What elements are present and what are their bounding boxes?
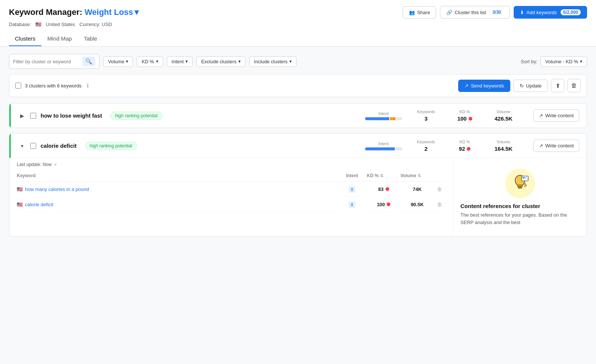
tab-mindmap[interactable]: Mind Map <box>41 32 78 46</box>
table-header: Keyword Intent KD % ⇅ Volume ⇅ <box>17 170 445 182</box>
exclude-clusters-filter[interactable]: Exclude clusters ▾ <box>196 56 245 67</box>
search-input[interactable] <box>13 59 80 64</box>
kw-del-1[interactable]: 🗑 <box>434 186 445 192</box>
keywords-col-2: Keywords 2 <box>411 140 441 152</box>
delete-button[interactable]: 🗑 <box>567 79 581 92</box>
kd-sort-icon[interactable]: ⇅ <box>380 173 383 178</box>
keywords-col-1: Keywords 3 <box>411 109 441 122</box>
trash-icon: 🗑 <box>571 82 577 89</box>
content-ref-title: Content references for cluster <box>460 203 579 209</box>
volume-label-2: Volume <box>497 140 510 144</box>
header: Keyword Manager: Weight Loss▾ 👥 Share 🔗 … <box>0 0 596 47</box>
cluster-count-info: 3 clusters with 6 keywords <box>25 83 82 89</box>
intent-chevron-icon: ▾ <box>186 59 188 64</box>
cluster-label: Cluster this list <box>454 10 486 15</box>
cluster-card-1: ▶ how to lose weight fast high ranking p… <box>9 103 587 128</box>
main-content: 🔍 Volume ▾ KD % ▾ Intent ▾ Exclude clust… <box>0 47 596 249</box>
volume-value-2: 164.5K <box>494 146 512 152</box>
flag-icon: 🇺🇸 <box>35 22 41 27</box>
volume-label-1: Volume <box>497 109 510 114</box>
search-wrapper: 🔍 <box>9 54 99 69</box>
tabs-nav: Clusters Mind Map Table <box>9 32 587 46</box>
kd-value-1: 100 <box>457 115 472 122</box>
info-icon[interactable]: ℹ <box>87 83 89 89</box>
include-chevron-icon: ▾ <box>289 59 292 64</box>
add-keywords-button[interactable]: ⬇ Add keywords 6/2,000 <box>514 6 587 19</box>
country-name: United States <box>46 22 75 27</box>
table-row: 🇺🇸 calorie deficit I 100 90.5K 🗑 <box>17 197 445 212</box>
filter-bar: 🔍 Volume ▾ KD % ▾ Intent ▾ Exclude clust… <box>9 54 587 69</box>
toolbar-left: 3 clusters with 6 keywords ℹ <box>15 83 89 89</box>
volume-chevron-icon: ▾ <box>126 59 128 64</box>
intent-bar-2 <box>365 147 402 150</box>
write-label-1: Write content <box>545 113 574 118</box>
share-button[interactable]: 👥 Share <box>403 6 437 19</box>
sort-area: Sort by: Volume - KD % ▾ <box>521 56 587 67</box>
kd-label-2: KD % <box>460 140 470 144</box>
intent-filter[interactable]: Intent ▾ <box>167 56 193 67</box>
export-button[interactable]: ⬆ <box>551 79 564 92</box>
kw-vol-1: 74K <box>400 186 434 192</box>
intent-label: Intent <box>172 59 184 64</box>
write-content-btn-1[interactable]: ↗ Write content <box>533 109 579 122</box>
kw-intent-2: I <box>337 201 367 207</box>
keywords-label-2: Keywords <box>417 140 435 144</box>
update-label: Update <box>526 83 542 89</box>
volume-filter[interactable]: Volume ▾ <box>103 56 133 67</box>
kw-text-2: calorie deficit <box>25 202 53 207</box>
svg-rect-8 <box>523 182 527 186</box>
send-keywords-button[interactable]: ↗ Send keywords <box>458 80 510 92</box>
cluster-badge-2: high ranking potential <box>85 142 137 150</box>
cluster-list-button[interactable]: 🔗 Cluster this list 3/30 <box>440 6 510 19</box>
write-content-btn-2[interactable]: ↗ Write content <box>533 140 579 152</box>
cluster-checkbox-1[interactable] <box>30 113 36 119</box>
keyword-name-2[interactable]: 🇺🇸 calorie deficit <box>17 202 337 207</box>
header-subtitle: Database: 🇺🇸 United States Currency: USD <box>9 22 587 27</box>
intent-col-1: Intent <box>365 111 402 120</box>
bar-rest-2 <box>396 147 402 150</box>
cluster-name-2: calorie deficit <box>41 143 77 149</box>
refresh-icon: ↻ <box>520 83 524 89</box>
volume-value-1: 426.5K <box>494 115 512 122</box>
add-label: Add keywords <box>526 10 557 15</box>
svg-rect-7 <box>525 178 526 179</box>
cluster-icon: 🔗 <box>446 10 452 15</box>
svg-rect-5 <box>523 177 524 178</box>
write-icon-2: ↗ <box>539 143 543 149</box>
kd-label-1: KD % <box>460 109 470 114</box>
tab-table[interactable]: Table <box>78 32 103 46</box>
include-clusters-filter[interactable]: Include clusters ▾ <box>249 56 297 67</box>
kd-label: KD % <box>142 59 154 64</box>
kd-dot-2 <box>467 147 470 151</box>
cluster-row-2: ▾ calorie deficit high ranking potential… <box>9 134 587 158</box>
kw-kd-1: 83 <box>367 186 400 192</box>
keywords-value-2: 2 <box>424 146 427 152</box>
write-icon-1: ↗ <box>539 113 543 118</box>
table-row: 🇺🇸 how many calories in a pound I 83 74K… <box>17 182 445 197</box>
tab-clusters[interactable]: Clusters <box>9 32 41 46</box>
update-button[interactable]: ↻ Update <box>513 80 548 92</box>
cluster-expand-icon-2[interactable]: ▾ <box>18 143 26 149</box>
cluster-expand-icon-1[interactable]: ▶ <box>18 113 26 119</box>
kw-kd-dot-1 <box>386 187 389 191</box>
select-all-checkbox[interactable] <box>15 83 21 89</box>
intent-badge-2: I <box>349 202 355 208</box>
cluster-row-1: ▶ how to lose weight fast high ranking p… <box>9 103 587 128</box>
kw-vol-2: 90.5K <box>400 202 434 207</box>
content-ref-desc: The best references for your pages. Base… <box>460 211 579 226</box>
kw-flag-1: 🇺🇸 <box>17 186 23 192</box>
cluster-checkbox-2[interactable] <box>30 143 36 149</box>
svg-marker-9 <box>524 186 525 187</box>
send-icon: ↗ <box>465 83 469 89</box>
expanded-section-2: Last update: Now ✓ Keyword Intent KD % ⇅… <box>9 158 587 236</box>
share-icon: 👥 <box>409 10 415 15</box>
title-caret[interactable]: ▾ <box>134 7 139 17</box>
kd-filter[interactable]: KD % ▾ <box>137 56 163 67</box>
keyword-name-1[interactable]: 🇺🇸 how many calories in a pound <box>17 186 337 192</box>
vol-sort-icon[interactable]: ⇅ <box>418 173 421 178</box>
volume-label: Volume <box>108 59 124 64</box>
kw-del-2[interactable]: 🗑 <box>434 201 445 207</box>
bar-yellow-1 <box>390 117 396 120</box>
sort-select[interactable]: Volume - KD % ▾ <box>540 56 587 67</box>
search-button[interactable]: 🔍 <box>82 57 95 66</box>
